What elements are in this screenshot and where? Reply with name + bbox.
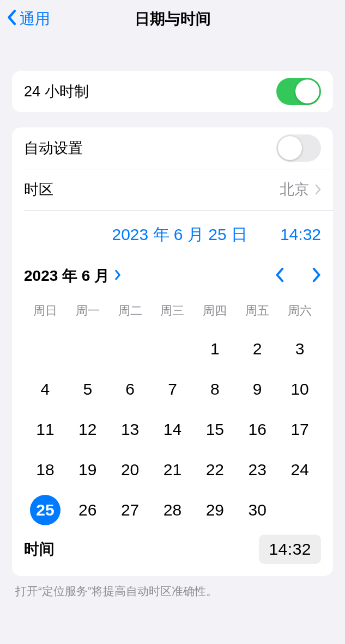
calendar-day-number: 9 bbox=[242, 374, 273, 404]
calendar-day-number: 18 bbox=[30, 455, 60, 485]
calendar-day-number: 2 bbox=[242, 334, 273, 364]
calendar-day-number: 14 bbox=[157, 414, 187, 445]
selected-time-button[interactable]: 14:32 bbox=[280, 225, 321, 244]
chevron-left-icon bbox=[7, 9, 20, 29]
calendar-day[interactable]: 10 bbox=[279, 369, 321, 409]
calendar-day[interactable]: 23 bbox=[236, 450, 279, 490]
calendar-day-number: 13 bbox=[115, 414, 146, 445]
calendar-day[interactable]: 13 bbox=[109, 409, 152, 450]
calendar-day[interactable]: 6 bbox=[109, 369, 152, 409]
back-button[interactable]: 通用 bbox=[7, 0, 50, 38]
calendar-empty-cell bbox=[109, 329, 152, 369]
calendar-day-number: 23 bbox=[242, 455, 273, 485]
timezone-label: 时区 bbox=[24, 180, 53, 199]
calendar-day[interactable]: 21 bbox=[152, 450, 194, 490]
calendar-empty-cell bbox=[66, 329, 109, 369]
calendar-day-number: 1 bbox=[199, 334, 230, 364]
calendar-day[interactable]: 19 bbox=[66, 450, 109, 490]
chevron-right-icon bbox=[114, 267, 122, 285]
calendar-day-number: 8 bbox=[199, 374, 230, 404]
weekday-label: 周五 bbox=[236, 296, 279, 329]
calendar-day-number: 22 bbox=[199, 455, 230, 485]
calendar-day[interactable]: 9 bbox=[236, 369, 279, 409]
auto-set-toggle[interactable] bbox=[276, 134, 321, 162]
calendar-day[interactable]: 22 bbox=[193, 450, 236, 490]
calendar-day-number: 27 bbox=[115, 495, 146, 525]
calendar-day-number: 20 bbox=[115, 455, 146, 485]
calendar-day-number: 11 bbox=[30, 414, 60, 445]
selected-date-button[interactable]: 2023 年 6 月 25 日 bbox=[112, 224, 247, 246]
weekday-label: 周日 bbox=[24, 296, 66, 329]
calendar-day-number: 10 bbox=[285, 374, 315, 404]
auto-set-label: 自动设置 bbox=[24, 138, 83, 158]
time-picker-button[interactable]: 14:32 bbox=[259, 535, 321, 564]
twenty-four-hour-toggle[interactable] bbox=[276, 78, 321, 105]
calendar-day-number: 16 bbox=[242, 414, 273, 445]
chevron-right-icon bbox=[314, 184, 321, 195]
footer-note: 打开“定位服务”将提高自动时区准确性。 bbox=[15, 584, 330, 599]
month-label: 2023 年 6 月 bbox=[24, 266, 110, 286]
calendar-day-number: 24 bbox=[285, 455, 315, 485]
calendar-day-number: 17 bbox=[285, 414, 315, 445]
next-month-button[interactable] bbox=[311, 267, 321, 285]
calendar-day-number: 5 bbox=[72, 374, 103, 404]
calendar-day[interactable]: 7 bbox=[152, 369, 194, 409]
auto-set-row: 自动设置 bbox=[12, 127, 333, 169]
calendar-day[interactable]: 28 bbox=[152, 490, 194, 530]
calendar-day-number: 3 bbox=[285, 334, 315, 364]
calendar-day[interactable]: 24 bbox=[279, 450, 321, 490]
calendar-day[interactable]: 20 bbox=[109, 450, 152, 490]
calendar-day-number: 15 bbox=[199, 414, 230, 445]
calendar-day-number: 19 bbox=[72, 455, 103, 485]
weekday-label: 周四 bbox=[193, 296, 236, 329]
calendar-day-number: 28 bbox=[157, 495, 187, 525]
calendar-day[interactable]: 3 bbox=[279, 329, 321, 369]
calendar-day[interactable]: 29 bbox=[193, 490, 236, 530]
calendar-day-number: 30 bbox=[242, 495, 273, 525]
calendar-day[interactable]: 2 bbox=[236, 329, 279, 369]
calendar-day[interactable]: 18 bbox=[24, 450, 66, 490]
calendar-empty-cell bbox=[152, 329, 194, 369]
calendar-day[interactable]: 27 bbox=[109, 490, 152, 530]
calendar-day-number: 7 bbox=[157, 374, 187, 404]
calendar-day-number: 12 bbox=[72, 414, 103, 445]
calendar-day-number: 4 bbox=[30, 374, 60, 404]
calendar-day[interactable]: 17 bbox=[279, 409, 321, 450]
back-label: 通用 bbox=[20, 9, 50, 29]
timezone-value: 北京 bbox=[280, 180, 309, 199]
calendar-day[interactable]: 8 bbox=[193, 369, 236, 409]
page-title: 日期与时间 bbox=[0, 9, 345, 29]
weekday-label: 周一 bbox=[66, 296, 109, 329]
calendar-day-number: 21 bbox=[157, 455, 187, 485]
time-label: 时间 bbox=[24, 539, 55, 560]
twenty-four-hour-label: 24 小时制 bbox=[24, 82, 89, 101]
calendar-empty-cell bbox=[24, 329, 66, 369]
toggle-knob bbox=[278, 136, 302, 160]
calendar-day[interactable]: 1 bbox=[193, 329, 236, 369]
calendar-day[interactable]: 30 bbox=[236, 490, 279, 530]
calendar-day-number: 25 bbox=[30, 495, 60, 525]
calendar-day[interactable]: 25 bbox=[24, 490, 66, 530]
weekday-label: 周二 bbox=[109, 296, 152, 329]
weekday-label: 周六 bbox=[279, 296, 321, 329]
calendar-day-number: 29 bbox=[199, 495, 230, 525]
calendar-day[interactable]: 26 bbox=[66, 490, 109, 530]
calendar-day-number: 6 bbox=[115, 374, 146, 404]
calendar-day-number: 26 bbox=[72, 495, 103, 525]
calendar-day[interactable]: 12 bbox=[66, 409, 109, 450]
calendar-day[interactable]: 14 bbox=[152, 409, 194, 450]
toggle-knob bbox=[295, 79, 319, 103]
calendar-day[interactable]: 15 bbox=[193, 409, 236, 450]
twenty-four-hour-row: 24 小时制 bbox=[12, 71, 333, 112]
timezone-row[interactable]: 时区 北京 bbox=[12, 169, 333, 210]
calendar-day[interactable]: 4 bbox=[24, 369, 66, 409]
calendar-day[interactable]: 5 bbox=[66, 369, 109, 409]
calendar-day[interactable]: 11 bbox=[24, 409, 66, 450]
month-picker-button[interactable]: 2023 年 6 月 bbox=[24, 266, 122, 286]
weekday-label: 周三 bbox=[152, 296, 194, 329]
prev-month-button[interactable] bbox=[275, 267, 285, 285]
calendar-day[interactable]: 16 bbox=[236, 409, 279, 450]
